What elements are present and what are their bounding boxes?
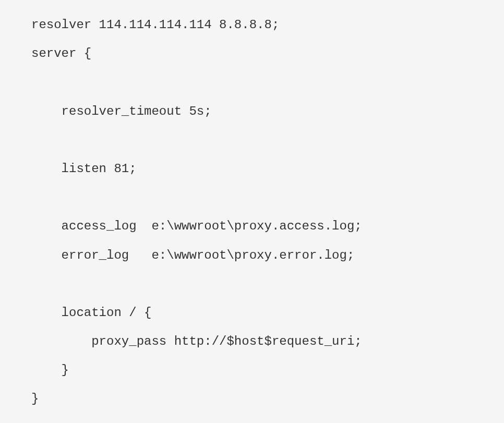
code-line: server { (31, 46, 91, 61)
code-line: listen 81; (31, 162, 137, 176)
code-line: resolver_timeout 5s; (31, 104, 212, 118)
code-line: } (31, 363, 69, 377)
nginx-config-code: resolver 114.114.114.114 8.8.8.8; server… (31, 10, 473, 414)
code-line: location / { (31, 306, 151, 320)
code-line: resolver 114.114.114.114 8.8.8.8; (31, 18, 279, 32)
code-line: } (31, 392, 39, 406)
code-line: proxy_pass http://$host$request_uri; (31, 334, 362, 348)
code-line: access_log e:\wwwroot\proxy.access.log; (31, 219, 362, 233)
code-line: error_log e:\wwwroot\proxy.error.log; (31, 248, 354, 262)
